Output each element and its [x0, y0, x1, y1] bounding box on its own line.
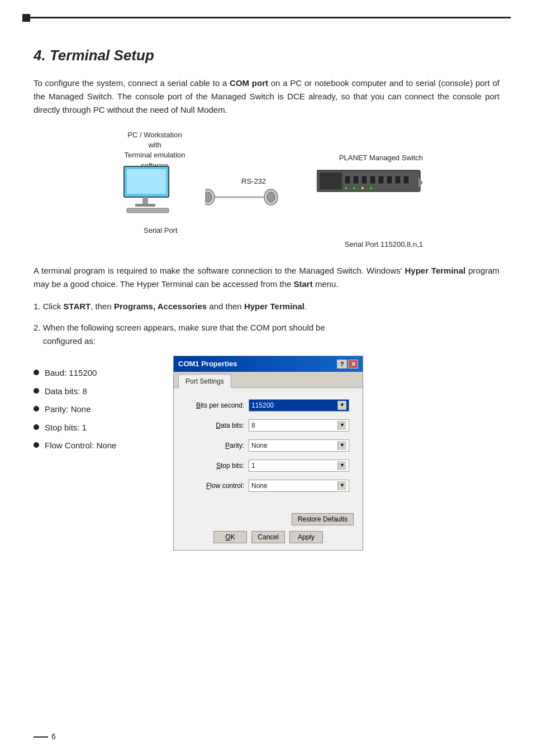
list-item: Stop bits: 1	[34, 422, 162, 434]
svg-rect-3	[135, 204, 155, 207]
list-item: Flow Control: None	[34, 439, 162, 452]
bits-per-second-control[interactable]: 115200 ▼	[249, 399, 349, 412]
dialog-body: Bits per second: 115200 ▼ Data bits:	[174, 388, 363, 508]
svg-rect-1	[127, 169, 166, 194]
svg-rect-12	[345, 176, 350, 184]
list-item: Baud: 115200	[34, 367, 162, 380]
stop-bits-control[interactable]: 1 ▼	[249, 460, 349, 472]
switch-area: PLANET Managed Switch	[317, 152, 423, 203]
data-bits-select[interactable]: 8 ▼	[249, 419, 349, 432]
svg-rect-16	[378, 176, 384, 184]
svg-point-9	[267, 192, 275, 202]
dialog-title: COM1 Properties	[178, 358, 337, 370]
flow-control-select[interactable]: None ▼	[249, 480, 349, 492]
parity-select[interactable]: None ▼	[249, 439, 349, 452]
svg-rect-11	[320, 173, 342, 189]
dialog-bottom-buttons: OK Cancel Apply	[183, 531, 354, 543]
switch-label: PLANET Managed Switch	[311, 152, 423, 164]
parity-control[interactable]: None ▼	[249, 439, 349, 452]
svg-rect-14	[361, 176, 367, 184]
list-item: Parity: None	[34, 403, 162, 416]
stop-bits-select[interactable]: 1 ▼	[249, 460, 349, 472]
dialog-titlebar: COM1 Properties ? ✕	[174, 356, 363, 372]
dialog-tab-bar: Port Settings	[174, 372, 363, 388]
data-bits-label: Data bits:	[187, 420, 249, 430]
dropdown-arrow-icon[interactable]: ▼	[337, 481, 346, 490]
bullet-list: Baud: 115200 Data bits: 8 Parity: None S…	[34, 356, 162, 458]
pc-icon	[121, 164, 177, 218]
serial-port-right-label: Serial Port 115200,8,n,1	[311, 239, 423, 250]
svg-rect-15	[370, 176, 375, 184]
dropdown-arrow-icon[interactable]: ▼	[337, 401, 346, 410]
stop-bits-row: Stop bits: 1 ▼	[187, 460, 349, 472]
svg-point-20	[345, 187, 347, 189]
svg-point-7	[205, 192, 212, 202]
restore-defaults-row: Restore Defaults	[183, 513, 354, 525]
svg-rect-19	[403, 176, 409, 184]
dropdown-arrow-icon[interactable]: ▼	[337, 421, 346, 430]
bullet-dot	[34, 370, 39, 375]
step-1: 1. Click START, then Programs, Accessori…	[34, 300, 499, 313]
page-number-line	[34, 736, 48, 738]
port-settings-tab[interactable]: Port Settings	[178, 374, 231, 388]
data-bits-row: Data bits: 8 ▼	[187, 419, 349, 432]
bits-per-second-select[interactable]: 115200 ▼	[249, 399, 349, 412]
parity-label: Parity:	[187, 441, 249, 451]
svg-rect-4	[127, 208, 169, 213]
dropdown-arrow-icon[interactable]: ▼	[337, 461, 346, 470]
dialog-footer: Restore Defaults OK Cancel Apply	[174, 508, 363, 550]
top-border-bar	[22, 17, 511, 18]
bullet-dot	[34, 424, 39, 430]
svg-rect-17	[387, 176, 392, 184]
bits-per-second-label: Bits per second:	[187, 400, 249, 410]
list-item: Data bits: 8	[34, 385, 162, 398]
step-2: 2. When the following screen appears, ma…	[34, 321, 499, 348]
dialog-title-buttons: ? ✕	[337, 360, 358, 369]
top-bar-square	[22, 14, 30, 22]
restore-defaults-button[interactable]: Restore Defaults	[292, 513, 354, 525]
body-paragraph: A terminal program is required to make t…	[34, 264, 499, 291]
svg-point-23	[370, 187, 372, 189]
bits-per-second-row: Bits per second: 115200 ▼	[187, 399, 349, 412]
stop-bits-label: Stop bits:	[187, 461, 249, 471]
svg-marker-24	[418, 177, 423, 188]
com1-properties-dialog: COM1 Properties ? ✕ Port Settings Bits p…	[173, 356, 363, 551]
intro-paragraph: To configure the system, connect a seria…	[34, 76, 499, 117]
dialog-help-button[interactable]: ?	[337, 360, 347, 369]
svg-point-21	[353, 187, 355, 189]
config-section: Baud: 115200 Data bits: 8 Parity: None S…	[34, 356, 499, 551]
rs232-label: RS-232	[241, 176, 266, 187]
section-title: 4. Terminal Setup	[34, 45, 499, 66]
cable-connector	[205, 186, 283, 212]
bullet-dot	[34, 442, 39, 448]
connection-diagram: PC / Workstation with Terminal emulation…	[34, 130, 499, 247]
dialog-close-button[interactable]: ✕	[348, 360, 358, 369]
bullet-dot	[34, 388, 39, 394]
dropdown-arrow-icon[interactable]: ▼	[337, 441, 346, 450]
data-bits-control[interactable]: 8 ▼	[249, 419, 349, 432]
page-number: 6	[51, 731, 56, 743]
svg-rect-18	[395, 176, 401, 184]
apply-button[interactable]: Apply	[289, 531, 323, 543]
cancel-button[interactable]: Cancel	[251, 531, 285, 543]
page-number-area: 6	[34, 731, 56, 743]
flow-control-control[interactable]: None ▼	[249, 480, 349, 492]
com-port-bold: COM port	[230, 78, 268, 88]
serial-port-label: Serial Port	[144, 225, 178, 236]
bullet-dot	[34, 406, 39, 412]
parity-row: Parity: None ▼	[187, 439, 349, 452]
svg-rect-2	[142, 197, 148, 204]
svg-point-22	[361, 187, 364, 189]
flow-control-label: Flow control:	[187, 481, 249, 491]
flow-control-row: Flow control: None ▼	[187, 480, 349, 492]
ok-button[interactable]: OK	[213, 531, 247, 543]
svg-rect-13	[353, 176, 359, 184]
